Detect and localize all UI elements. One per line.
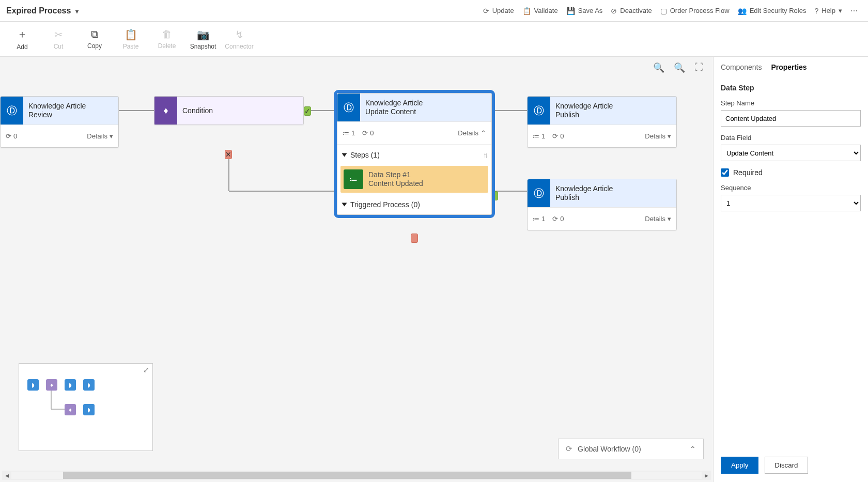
- required-checkbox[interactable]: [721, 168, 729, 177]
- details-label: Details: [87, 132, 107, 140]
- add-label: Add: [17, 43, 27, 51]
- overflow-button[interactable]: ⋯: [846, 5, 862, 17]
- designer-canvas[interactable]: 🔍 🔍 ⛶ Ⓓ Knowledge Article Review ⟳ 0 Det…: [0, 57, 713, 482]
- main-layout: 🔍 🔍 ⛶ Ⓓ Knowledge Article Review ⟳ 0 Det…: [0, 57, 868, 482]
- data-step-text: Data Step #1 Content Updated: [363, 170, 423, 188]
- scroll-thumb[interactable]: [63, 472, 631, 479]
- condition-label: Condition: [177, 106, 218, 115]
- reorder-arrows-icon[interactable]: ↑↓: [483, 151, 486, 159]
- collapse-icon: [342, 153, 347, 157]
- copy-button[interactable]: ⧉Copy: [76, 23, 113, 55]
- discard-button[interactable]: Discard: [765, 457, 808, 474]
- stage-title-line2: Publish: [555, 111, 613, 120]
- false-branch-icon: [411, 234, 418, 243]
- tab-components[interactable]: Components: [721, 63, 762, 74]
- fit-screen-icon[interactable]: ⛶: [694, 62, 704, 73]
- save-as-button[interactable]: 💾Save As: [562, 5, 607, 17]
- stage-icon: Ⓓ: [528, 179, 550, 207]
- zoom-in-icon[interactable]: 🔍: [653, 62, 664, 73]
- global-workflow-label: Global Workflow (0): [578, 445, 641, 453]
- help-label: Help: [822, 7, 835, 14]
- paste-label: Paste: [123, 43, 139, 50]
- details-toggle[interactable]: Details ▾: [645, 132, 671, 140]
- scroll-left-icon[interactable]: ◂: [2, 471, 11, 479]
- triggered-process-row[interactable]: Triggered Process (0): [337, 194, 491, 214]
- tab-properties[interactable]: Properties: [771, 63, 807, 74]
- condition-node[interactable]: ♦ Condition: [154, 96, 304, 125]
- update-button[interactable]: ⟳Update: [479, 5, 518, 17]
- delete-label: Delete: [158, 42, 176, 50]
- cut-button[interactable]: ✂Cut: [40, 23, 76, 55]
- collapse-icon: [342, 203, 347, 206]
- minimap-lines: [24, 379, 147, 441]
- add-button[interactable]: ＋Add: [4, 23, 40, 55]
- snapshot-button[interactable]: 📷Snapshot: [185, 23, 221, 55]
- data-step-title: Data Step #1: [368, 170, 423, 179]
- zoom-out-icon[interactable]: 🔍: [674, 62, 685, 73]
- data-field-label: Data Field: [721, 134, 861, 142]
- stage-knowledge-article-publish-2[interactable]: Ⓓ Knowledge Article Publish ≔ 1 ⟳ 0 Deta…: [527, 179, 677, 230]
- triggered-process-label: Triggered Process (0): [350, 200, 420, 209]
- help-button[interactable]: ?Help▾: [810, 5, 846, 17]
- deactivate-button[interactable]: ⊘Deactivate: [607, 5, 656, 17]
- sequence-select[interactable]: 1: [721, 195, 861, 211]
- stage-knowledge-article-publish-1[interactable]: Ⓓ Knowledge Article Publish ≔ 1 ⟳ 0 Deta…: [527, 96, 677, 148]
- steps-count: 1: [541, 132, 545, 140]
- help-icon: ?: [814, 7, 818, 15]
- details-label: Details: [645, 132, 665, 140]
- chevron-down-icon: ▾: [110, 132, 113, 140]
- workflow-count: 0: [13, 132, 17, 140]
- data-step-content-updated[interactable]: ≔ Data Step #1 Content Updated: [340, 166, 488, 193]
- required-label: Required: [733, 168, 763, 177]
- stage-knowledge-article-review[interactable]: Ⓓ Knowledge Article Review ⟳ 0 Details ▾: [0, 96, 119, 148]
- snapshot-label: Snapshot: [190, 43, 216, 50]
- stage-update-content[interactable]: Ⓓ Knowledge Article Update Content ≔ 1 ⟳…: [337, 93, 492, 215]
- scroll-right-icon[interactable]: ▸: [702, 471, 711, 479]
- steps-count: 1: [541, 215, 545, 223]
- plus-icon: ＋: [17, 27, 27, 41]
- deactivate-label: Deactivate: [620, 7, 652, 14]
- data-field-select[interactable]: Update Content: [721, 145, 861, 161]
- details-toggle[interactable]: Details ⌃: [458, 129, 486, 137]
- true-branch-icon: ✓: [304, 106, 311, 116]
- details-toggle[interactable]: Details ▾: [87, 132, 113, 140]
- workflow-count-icon: ⟳ 0: [552, 215, 564, 223]
- order-process-button[interactable]: ▢Order Process Flow: [656, 5, 734, 17]
- edit-security-label: Edit Security Roles: [750, 7, 807, 14]
- apply-button[interactable]: Apply: [721, 457, 758, 474]
- minimap-expand-icon[interactable]: ⤢: [143, 366, 149, 374]
- sequence-label: Sequence: [721, 184, 861, 192]
- steps-count: 1: [351, 129, 355, 137]
- workflow-count: 0: [560, 215, 564, 223]
- cut-icon: ✂: [54, 28, 63, 41]
- global-workflow-bar[interactable]: ⟳ Global Workflow (0) ⌃: [558, 439, 704, 459]
- horizontal-scrollbar[interactable]: ◂ ▸: [2, 471, 711, 480]
- details-label: Details: [458, 129, 478, 137]
- stage-title-line1: Knowledge Article: [28, 102, 86, 111]
- delete-button[interactable]: 🗑Delete: [149, 23, 185, 55]
- edit-security-button[interactable]: 👥Edit Security Roles: [734, 5, 811, 17]
- document-icon: ▢: [660, 7, 667, 15]
- steps-header-label: Steps (1): [350, 151, 380, 159]
- validate-button[interactable]: 📋Validate: [518, 5, 562, 17]
- paste-button[interactable]: 📋Paste: [113, 23, 149, 55]
- chevron-down-icon: ▾: [668, 132, 671, 140]
- minimap[interactable]: ⤢ ◗ ♦ ◗ ◗ ♦ ◗: [19, 363, 153, 451]
- connector-button[interactable]: ↯Connector: [221, 23, 257, 55]
- command-bar: Expired Process ▾ ⟳Update 📋Validate 💾Sav…: [0, 0, 868, 22]
- chevron-down-icon: ▾: [668, 215, 671, 223]
- stage-title: Knowledge Article Publish: [550, 184, 618, 203]
- connector-icon: ↯: [235, 28, 244, 41]
- stage-title-line1: Knowledge Article: [555, 184, 613, 194]
- workflow-count: 0: [370, 129, 374, 137]
- chevron-up-icon: ⌃: [690, 445, 696, 453]
- scroll-track[interactable]: [11, 472, 702, 479]
- minimap-canvas: ◗ ♦ ◗ ◗ ♦ ◗: [24, 379, 147, 441]
- details-toggle[interactable]: Details ▾: [645, 215, 671, 223]
- required-checkbox-row[interactable]: Required: [721, 168, 861, 177]
- paste-icon: 📋: [125, 28, 137, 41]
- steps-header-row[interactable]: Steps (1) ↑↓: [337, 144, 491, 165]
- process-title[interactable]: Expired Process ▾: [6, 6, 79, 15]
- step-name-input[interactable]: [721, 110, 861, 127]
- stage-icon: Ⓓ: [337, 94, 360, 121]
